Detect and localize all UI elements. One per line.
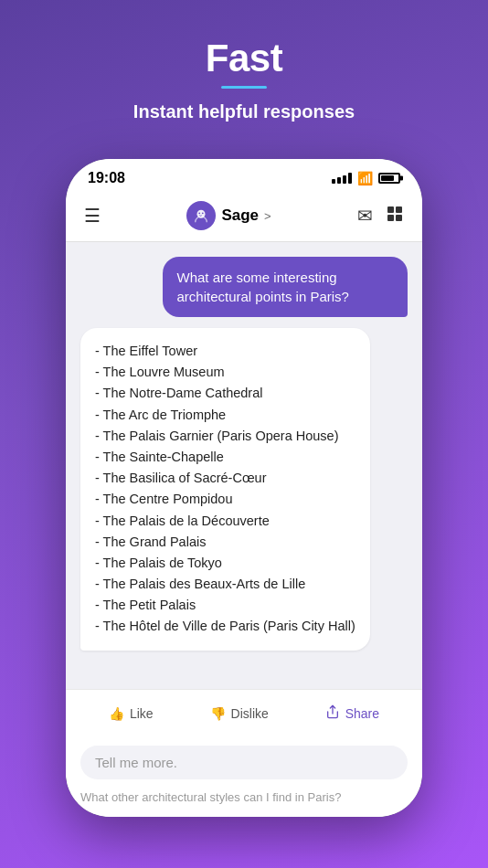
page-subtitle: Instant helpful responses <box>133 101 355 122</box>
chat-input[interactable]: Tell me more. <box>80 746 408 779</box>
thumbs-up-icon: 👍 <box>109 706 124 721</box>
status-icons: 📶 <box>332 171 400 185</box>
svg-rect-3 <box>387 206 394 213</box>
like-button[interactable]: 👍 Like <box>101 703 161 725</box>
nav-bar: ☰ Sage > ✉ <box>66 192 422 242</box>
action-bar: 👍 Like 👎 Dislike Share <box>66 689 422 736</box>
page-title: Fast <box>133 37 355 80</box>
phone-frame: 19:08 📶 ☰ <box>66 159 422 817</box>
nav-center[interactable]: Sage > <box>186 201 271 230</box>
battery-icon <box>378 173 400 184</box>
header-section: Fast Instant helpful responses <box>115 0 373 141</box>
grid-icon[interactable] <box>386 205 404 228</box>
status-bar: 19:08 📶 <box>66 159 422 192</box>
suggestion-text: What other architectural styles can I fi… <box>80 787 408 808</box>
share-button[interactable]: Share <box>318 701 387 725</box>
thumbs-down-icon: 👎 <box>210 706 226 721</box>
status-time: 19:08 <box>88 170 125 186</box>
user-message-bubble: What are some interesting architectural … <box>163 257 408 317</box>
agent-name: Sage <box>221 206 259 225</box>
menu-icon[interactable]: ☰ <box>84 205 101 227</box>
phone-screen: 19:08 📶 ☰ <box>66 159 422 817</box>
svg-point-2 <box>202 212 204 214</box>
chevron-right-icon: > <box>264 209 271 223</box>
share-icon <box>325 704 340 722</box>
agent-avatar <box>186 201 216 230</box>
svg-rect-4 <box>396 206 402 213</box>
dislike-button[interactable]: 👎 Dislike <box>203 703 276 725</box>
input-area: Tell me more. What other architectural s… <box>66 736 422 817</box>
chat-area[interactable]: What are some interesting architectural … <box>66 242 422 689</box>
email-icon[interactable]: ✉ <box>357 205 373 227</box>
svg-rect-5 <box>387 215 394 221</box>
svg-point-1 <box>199 212 201 214</box>
nav-actions: ✉ <box>357 205 404 228</box>
svg-rect-6 <box>396 215 402 221</box>
wifi-icon: 📶 <box>357 171 373 185</box>
signal-icon <box>332 173 352 184</box>
ai-response-text: - The Eiffel Tower - The Louvre Museum -… <box>95 341 355 638</box>
title-underline <box>221 86 267 89</box>
ai-response-bubble: - The Eiffel Tower - The Louvre Museum -… <box>80 328 370 651</box>
